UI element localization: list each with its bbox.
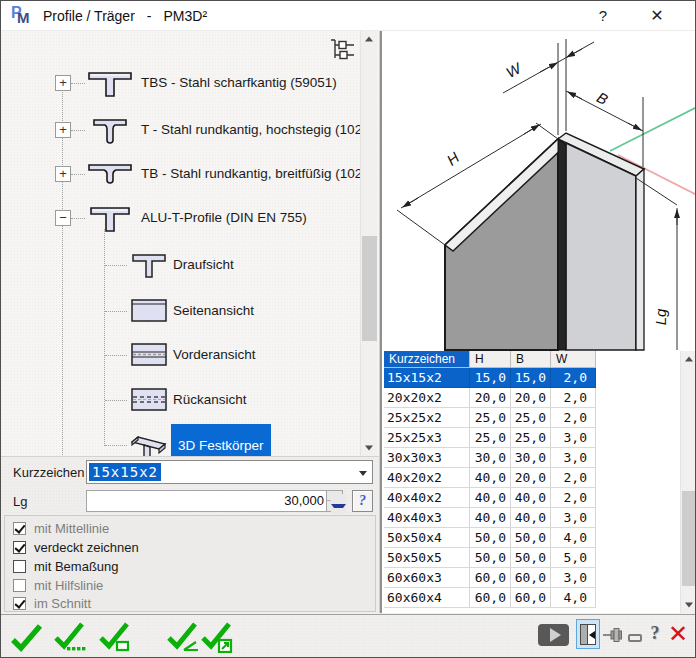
lg-input[interactable]: 30,000 — [86, 490, 343, 512]
spin-down-icon[interactable] — [327, 501, 342, 511]
dialog-window: P M Profile / Träger-PM3D² ? ✕ + TBS - S… — [0, 0, 696, 658]
table-row[interactable]: 20x20x220,020,02,0 — [384, 388, 596, 408]
column-header-kurzzeichen[interactable]: Kurzzeichen — [384, 351, 470, 368]
checkbox-label: mit Bemaßung — [34, 559, 119, 574]
cell: 20,0 — [511, 468, 551, 488]
cell: 25x25x3 — [384, 428, 470, 448]
kurzzeichen-combobox[interactable]: 15x15x2 — [86, 460, 373, 484]
scrollbar-thumb[interactable] — [362, 236, 377, 341]
spin-up-icon[interactable] — [327, 491, 342, 501]
profile-t-alu-icon — [87, 202, 133, 234]
tree-item-label: TB - Stahl rundkantig, breitfüßig (1024) — [141, 158, 374, 190]
titlebar-close-button[interactable]: ✕ — [637, 1, 677, 31]
cell: 15x15x2 — [384, 368, 470, 388]
checkbox-icon[interactable] — [13, 560, 26, 573]
tree-item-3d-festkoerper[interactable]: 3D Festkörper — [1, 424, 361, 456]
lg-spinner[interactable] — [326, 491, 342, 511]
tree-item-label: T - Stahl rundkantig, hochstegig (1024) — [141, 114, 374, 146]
column-header-h[interactable]: H — [470, 351, 511, 368]
table-row[interactable]: 50x50x450,050,04,0 — [384, 528, 596, 548]
tree-item-seitenansicht[interactable]: Seitenansicht — [1, 295, 361, 327]
table-row[interactable]: 15x15x215,015,02,0 — [384, 368, 596, 388]
checkbox-mit-mittellinie[interactable]: mit Mittellinie — [13, 520, 373, 538]
checkbox-verdeckt-zeichnen[interactable]: verdeckt zeichnen — [13, 539, 373, 557]
dim-b-label: B — [594, 88, 611, 108]
panel-window-icon — [580, 624, 596, 645]
checkbox-mit-hilfslinie[interactable]: mit Hilfslinie — [13, 577, 373, 595]
expand-plus-icon[interactable]: + — [55, 75, 71, 91]
back-view-icon — [129, 384, 169, 416]
lg-label: Lg — [13, 494, 27, 509]
tree-item-tb-breitfuessig[interactable]: + TB - Stahl rundkantig, breitfüßig (102… — [1, 158, 361, 190]
expand-plus-icon[interactable]: + — [55, 166, 71, 182]
scroll-up-icon[interactable] — [681, 351, 696, 367]
cell: 50x50x5 — [384, 548, 470, 568]
checkbox-icon[interactable] — [13, 522, 26, 535]
pin-button[interactable] — [602, 625, 624, 645]
table-row[interactable]: 50x50x550,050,05,0 — [384, 548, 596, 568]
dim-h-label: H — [443, 148, 462, 168]
cell: 3,0 — [551, 448, 596, 468]
table-row[interactable]: 60x60x360,060,03,0 — [384, 568, 596, 588]
cell: 30,0 — [511, 448, 551, 468]
cell: 25,0 — [511, 408, 551, 428]
profile-size-table: Kurzzeichen H B W 15x15x215,015,02,0 20x… — [382, 351, 696, 613]
tree-item-rueckansicht[interactable]: Rückansicht — [1, 384, 361, 416]
formula-button[interactable]: ? — [352, 490, 373, 512]
tree-item-vorderansicht[interactable]: Vorderansicht — [1, 339, 361, 371]
tree-item-draufsicht[interactable]: Draufsicht — [1, 249, 361, 281]
table-row[interactable]: 40x20x240,020,02,0 — [384, 468, 596, 488]
tree-item-label: Rückansicht — [173, 384, 247, 416]
checkbox-icon[interactable] — [13, 579, 26, 592]
solid-3d-icon — [129, 432, 169, 456]
minimize-button[interactable] — [628, 634, 642, 642]
ok-hidden-lines-button[interactable] — [53, 621, 89, 653]
tree-scrollbar[interactable] — [360, 31, 377, 456]
table-row[interactable]: 40x40x240,040,02,0 — [384, 488, 596, 508]
table-row[interactable]: 60x60x460,060,04,0 — [384, 588, 596, 608]
scroll-down-icon[interactable] — [361, 440, 377, 456]
column-header-w[interactable]: W — [551, 351, 596, 368]
title-app: PM3D² — [164, 8, 208, 24]
cell: 40,0 — [470, 488, 511, 508]
video-play-button[interactable] — [538, 624, 569, 646]
dock-panel-toggle-button[interactable] — [576, 619, 600, 649]
table-row[interactable]: 40x40x340,040,03,0 — [384, 508, 596, 528]
ok-button[interactable] — [9, 621, 45, 653]
help-button[interactable]: ? — [646, 623, 664, 647]
ok-export-button[interactable] — [200, 621, 236, 653]
scrollbar-thumb[interactable] — [682, 491, 696, 586]
table-row[interactable]: 25x25x325,025,03,0 — [384, 428, 596, 448]
tree-item-t-hochstegig[interactable]: + T - Stahl rundkantig, hochstegig (1024… — [1, 114, 361, 146]
scroll-up-icon[interactable] — [361, 31, 377, 47]
cell: 40x20x2 — [384, 468, 470, 488]
checkbox-mit-bemassung[interactable]: mit Bemaßung — [13, 558, 373, 576]
column-header-b[interactable]: B — [511, 351, 551, 368]
cell: 40,0 — [470, 468, 511, 488]
tree-item-alu-t-profile[interactable]: − ALU-T-Profile (DIN EN 755) — [1, 202, 361, 234]
cell: 40,0 — [470, 508, 511, 528]
tree-item-tbs[interactable]: + TBS - Stahl scharfkantig (59051) — [1, 67, 361, 99]
title-separator: - — [147, 8, 152, 24]
cell: 2,0 — [551, 388, 596, 408]
close-red-button[interactable]: ✕ — [665, 619, 691, 649]
profile-t-round-high-icon — [87, 114, 133, 146]
checkbox-icon[interactable] — [13, 597, 26, 610]
checkbox-icon[interactable] — [13, 541, 26, 554]
collapse-minus-icon[interactable]: − — [55, 210, 71, 226]
cell: 3,0 — [551, 568, 596, 588]
table-row[interactable]: 30x30x330,030,03,0 — [384, 448, 596, 468]
titlebar-help-button[interactable]: ? — [583, 1, 623, 31]
expand-plus-icon[interactable]: + — [55, 122, 71, 138]
table-row[interactable]: 25x25x225,025,02,0 — [384, 408, 596, 428]
parameter-zone: Kurzzeichen 15x15x2 Lg 30,000 ? mit Mitt… — [1, 456, 379, 613]
title-bar: P M Profile / Träger-PM3D² ? ✕ — [1, 1, 695, 31]
ok-box-button[interactable] — [98, 621, 134, 653]
chevron-down-icon[interactable] — [359, 471, 367, 476]
ok-angle-button[interactable] — [166, 621, 202, 653]
cell: 15,0 — [470, 368, 511, 388]
checkbox-im-schnitt[interactable]: im Schnitt — [13, 595, 373, 613]
table-scrollbar[interactable] — [680, 351, 696, 613]
profile-t-round-wide-icon — [87, 158, 133, 190]
scroll-down-icon[interactable] — [681, 597, 696, 613]
